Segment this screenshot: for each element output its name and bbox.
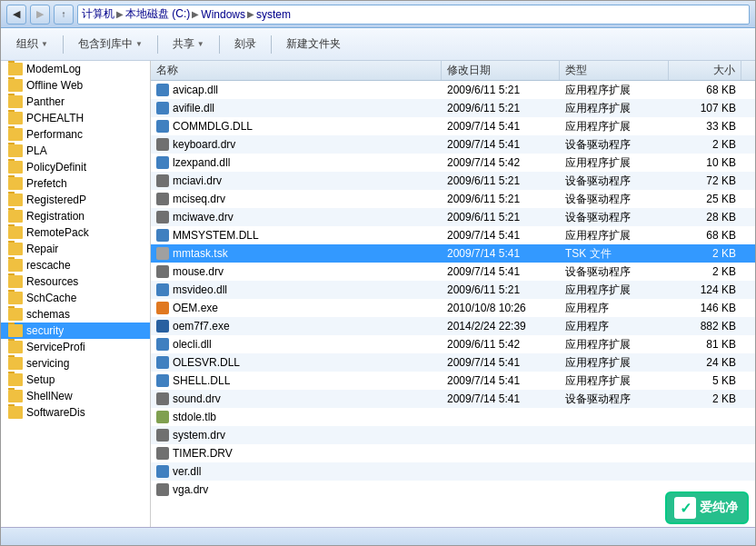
crumb-drive[interactable]: 本地磁盘 (C:) <box>125 6 190 22</box>
sidebar-item-security[interactable]: security <box>1 323 150 339</box>
file-type-icon <box>156 120 169 133</box>
sidebar-item-label: Prefetch <box>26 177 67 190</box>
file-size: 2 KB <box>669 135 741 154</box>
table-row[interactable]: mmtask.tsk2009/7/14 5:41TSK 文件2 KB <box>151 244 755 263</box>
sidebar-item-rescache[interactable]: rescache <box>1 257 150 273</box>
table-row[interactable]: mouse.drv2009/7/14 5:41设备驱动程序2 KB <box>151 263 755 281</box>
table-row[interactable]: mciavi.drv2009/6/11 5:21设备驱动程序72 KB <box>151 172 755 190</box>
file-name: OEM.exe <box>173 302 218 314</box>
sidebar-item-servicing[interactable]: servicing <box>1 355 150 372</box>
file-type: 应用程序扩展 <box>560 99 669 117</box>
sidebar-item-softwaredis[interactable]: SoftwareDis <box>1 404 150 421</box>
watermark-text: 爱纯净 <box>700 500 738 516</box>
sidebar-item-panther[interactable]: Panther <box>1 94 150 110</box>
sidebar-item-repair[interactable]: Repair <box>1 241 150 257</box>
file-date <box>442 481 560 499</box>
table-row[interactable]: msvideo.dll2009/6/11 5:21应用程序扩展124 KB <box>151 281 755 299</box>
file-size: 33 KB <box>669 117 741 135</box>
col-header-date[interactable]: 修改日期 <box>442 61 560 80</box>
table-row[interactable]: TIMER.DRV <box>151 444 755 462</box>
sidebar-item-serviceprofi[interactable]: ServiceProfi <box>1 339 150 355</box>
file-size: 68 KB <box>669 81 741 99</box>
column-header: 名称 修改日期 类型 大小 <box>151 61 755 81</box>
file-date: 2009/6/11 5:21 <box>442 208 560 226</box>
table-row[interactable]: avifile.dll2009/6/11 5:21应用程序扩展107 KB <box>151 99 755 117</box>
organize-button[interactable]: 组织 ▼ <box>8 33 56 55</box>
sidebar-item-schcache[interactable]: SchCache <box>1 290 150 306</box>
sidebar-item-resources[interactable]: Resources <box>1 273 150 290</box>
col-header-size[interactable]: 大小 <box>669 61 741 80</box>
table-row[interactable]: mciseq.drv2009/6/11 5:21设备驱动程序25 KB <box>151 190 755 208</box>
folder-icon <box>8 63 23 75</box>
table-row[interactable]: olecli.dll2009/6/11 5:42应用程序扩展81 KB <box>151 335 755 353</box>
table-row[interactable]: avicap.dll2009/6/11 5:21应用程序扩展68 KB <box>151 81 755 99</box>
col-header-name[interactable]: 名称 <box>151 61 442 80</box>
table-row[interactable]: sound.drv2009/7/14 5:41设备驱动程序2 KB <box>151 390 755 408</box>
share-button[interactable]: 共享 ▼ <box>164 33 213 55</box>
col-header-type[interactable]: 类型 <box>560 61 669 80</box>
address-bar[interactable]: 计算机 ▶ 本地磁盘 (C:) ▶ Windows ▶ system <box>77 5 750 25</box>
table-row[interactable]: OLESVR.DLL2009/7/14 5:41应用程序扩展24 KB <box>151 353 755 372</box>
file-name: MMSYSTEM.DLL <box>173 229 259 242</box>
sidebar-item-offline-web[interactable]: Offline Web <box>1 77 150 94</box>
table-row[interactable]: SHELL.DLL2009/7/14 5:41应用程序扩展5 KB <box>151 372 755 390</box>
file-size: 28 KB <box>669 208 741 226</box>
file-name-cell: mouse.drv <box>151 263 442 281</box>
table-row[interactable]: oem7f7.exe2014/2/24 22:39应用程序882 KB <box>151 317 755 335</box>
sidebar-item-setup[interactable]: Setup <box>1 372 150 388</box>
sidebar-item-registration[interactable]: Registration <box>1 208 150 224</box>
table-row[interactable]: ver.dll <box>151 462 755 481</box>
sidebar-item-modemlog[interactable]: ModemLog <box>1 61 150 77</box>
forward-button[interactable]: ▶ <box>30 5 50 25</box>
sidebar-item-pla[interactable]: PLA <box>1 143 150 159</box>
file-type-icon <box>156 247 169 260</box>
crumb-system[interactable]: system <box>256 8 291 21</box>
file-date: 2009/7/14 5:42 <box>442 154 560 172</box>
main-area: ModemLogOffline WebPantherPCHEALTHPerfor… <box>1 61 755 527</box>
file-size: 72 KB <box>669 172 741 190</box>
crumb-windows[interactable]: Windows <box>201 8 245 21</box>
sidebar-item-remotepack[interactable]: RemotePack <box>1 224 150 241</box>
file-type-icon <box>156 374 169 387</box>
sidebar-item-shellnew[interactable]: ShellNew <box>1 388 150 404</box>
table-row[interactable]: system.drv <box>151 426 755 444</box>
table-row[interactable]: COMMDLG.DLL2009/7/14 5:41应用程序扩展33 KB <box>151 117 755 135</box>
file-type-icon <box>156 138 169 151</box>
file-size <box>669 444 741 462</box>
sidebar-item-registeredp[interactable]: RegisteredP <box>1 192 150 208</box>
table-row[interactable]: keyboard.drv2009/7/14 5:41设备驱动程序2 KB <box>151 135 755 154</box>
file-size: 81 KB <box>669 335 741 353</box>
file-size: 24 KB <box>669 353 741 372</box>
sidebar-item-pchealth[interactable]: PCHEALTH <box>1 110 150 126</box>
crumb-computer[interactable]: 计算机 <box>82 6 114 22</box>
sidebar-item-performanc[interactable]: Performanc <box>1 126 150 143</box>
file-size <box>669 426 741 444</box>
up-button[interactable]: ↑ <box>54 5 74 25</box>
file-size: 124 KB <box>669 281 741 299</box>
folder-icon <box>8 275 23 288</box>
new-folder-button[interactable]: 新建文件夹 <box>278 33 349 55</box>
file-size: 882 KB <box>669 317 741 335</box>
file-name: SHELL.DLL <box>173 374 230 387</box>
folder-icon <box>8 259 23 272</box>
sidebar-item-prefetch[interactable]: Prefetch <box>1 175 150 192</box>
table-row[interactable]: stdole.tlb <box>151 408 755 426</box>
table-row[interactable]: lzexpand.dll2009/7/14 5:42应用程序扩展10 KB <box>151 154 755 172</box>
sidebar-item-policydefinit[interactable]: PolicyDefinit <box>1 159 150 175</box>
table-row[interactable]: OEM.exe2010/10/8 10:26应用程序146 KB <box>151 299 755 317</box>
back-button[interactable]: ◀ <box>6 5 26 25</box>
sidebar-item-schemas[interactable]: schemas <box>1 306 150 323</box>
file-name: stdole.tlb <box>173 411 216 423</box>
file-name-cell: sound.drv <box>151 390 442 408</box>
table-row[interactable]: MMSYSTEM.DLL2009/7/14 5:41应用程序扩展68 KB <box>151 226 755 244</box>
table-row[interactable]: mciwave.drv2009/6/11 5:21设备驱动程序28 KB <box>151 208 755 226</box>
file-name-cell: MMSYSTEM.DLL <box>151 226 442 244</box>
file-name-cell: mmtask.tsk <box>151 244 442 263</box>
file-type: 设备驱动程序 <box>560 190 669 208</box>
burn-button[interactable]: 刻录 <box>226 33 264 55</box>
title-bar: ◀ ▶ ↑ 计算机 ▶ 本地磁盘 (C:) ▶ Windows ▶ system <box>1 1 755 28</box>
file-name-cell: COMMDLG.DLL <box>151 117 442 135</box>
file-type-icon <box>156 429 169 442</box>
file-date: 2014/2/24 22:39 <box>442 317 560 335</box>
include-library-button[interactable]: 包含到库中 ▼ <box>70 33 151 55</box>
